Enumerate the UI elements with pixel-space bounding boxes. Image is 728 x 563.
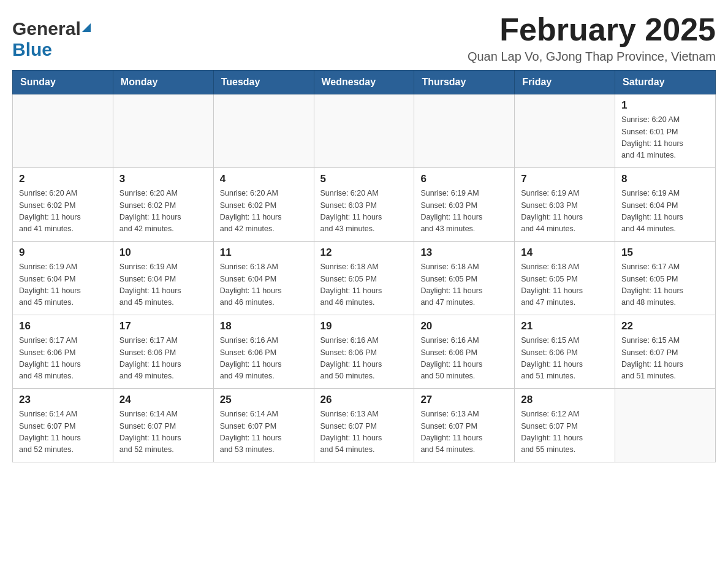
calendar-cell — [113, 94, 213, 168]
day-number: 28 — [521, 394, 609, 406]
column-header-thursday: Thursday — [414, 71, 515, 94]
header: General Blue February 2025 Quan Lap Vo, … — [12, 12, 716, 64]
calendar-cell: 14Sunrise: 6:18 AM Sunset: 6:05 PM Dayli… — [515, 242, 615, 315]
day-info: Sunrise: 6:17 AM Sunset: 6:06 PM Dayligh… — [119, 335, 207, 383]
calendar-cell: 7Sunrise: 6:19 AM Sunset: 6:03 PM Daylig… — [515, 168, 615, 242]
calendar-cell: 11Sunrise: 6:18 AM Sunset: 6:04 PM Dayli… — [213, 242, 314, 315]
day-info: Sunrise: 6:20 AM Sunset: 6:03 PM Dayligh… — [320, 188, 408, 236]
day-info: Sunrise: 6:20 AM Sunset: 6:01 PM Dayligh… — [621, 114, 709, 162]
day-number: 22 — [621, 320, 709, 332]
calendar-week-4: 16Sunrise: 6:17 AM Sunset: 6:06 PM Dayli… — [13, 315, 716, 389]
calendar-cell: 25Sunrise: 6:14 AM Sunset: 6:07 PM Dayli… — [213, 389, 314, 462]
title-area: February 2025 Quan Lap Vo, GJong Thap Pr… — [468, 12, 716, 64]
day-info: Sunrise: 6:14 AM Sunset: 6:07 PM Dayligh… — [119, 408, 207, 456]
calendar-cell: 15Sunrise: 6:17 AM Sunset: 6:05 PM Dayli… — [615, 242, 716, 315]
day-number: 2 — [19, 173, 107, 185]
day-number: 25 — [220, 394, 308, 406]
day-number: 14 — [521, 247, 609, 259]
calendar-cell: 20Sunrise: 6:16 AM Sunset: 6:06 PM Dayli… — [414, 315, 515, 389]
calendar-cell: 27Sunrise: 6:13 AM Sunset: 6:07 PM Dayli… — [414, 389, 515, 462]
day-info: Sunrise: 6:12 AM Sunset: 6:07 PM Dayligh… — [521, 408, 609, 456]
column-header-sunday: Sunday — [13, 71, 113, 94]
calendar-cell: 18Sunrise: 6:16 AM Sunset: 6:06 PM Dayli… — [213, 315, 314, 389]
day-number: 18 — [220, 320, 308, 332]
day-info: Sunrise: 6:18 AM Sunset: 6:04 PM Dayligh… — [220, 261, 308, 309]
calendar-cell — [515, 94, 615, 168]
calendar-header-row: SundayMondayTuesdayWednesdayThursdayFrid… — [13, 71, 716, 94]
calendar-week-1: 1Sunrise: 6:20 AM Sunset: 6:01 PM Daylig… — [13, 94, 716, 168]
day-number: 3 — [119, 173, 207, 185]
day-number: 15 — [621, 247, 709, 259]
day-number: 24 — [119, 394, 207, 406]
day-info: Sunrise: 6:17 AM Sunset: 6:06 PM Dayligh… — [19, 335, 107, 383]
calendar-cell: 2Sunrise: 6:20 AM Sunset: 6:02 PM Daylig… — [13, 168, 113, 242]
column-header-wednesday: Wednesday — [314, 71, 414, 94]
day-number: 16 — [19, 320, 107, 332]
calendar-cell: 22Sunrise: 6:15 AM Sunset: 6:07 PM Dayli… — [615, 315, 716, 389]
day-number: 4 — [220, 173, 308, 185]
calendar-cell: 13Sunrise: 6:18 AM Sunset: 6:05 PM Dayli… — [414, 242, 515, 315]
day-number: 27 — [420, 394, 508, 406]
day-info: Sunrise: 6:14 AM Sunset: 6:07 PM Dayligh… — [19, 408, 107, 456]
calendar-cell: 6Sunrise: 6:19 AM Sunset: 6:03 PM Daylig… — [414, 168, 515, 242]
calendar-table: SundayMondayTuesdayWednesdayThursdayFrid… — [12, 70, 716, 462]
day-info: Sunrise: 6:18 AM Sunset: 6:05 PM Dayligh… — [420, 261, 508, 309]
calendar-cell: 10Sunrise: 6:19 AM Sunset: 6:04 PM Dayli… — [113, 242, 213, 315]
day-info: Sunrise: 6:18 AM Sunset: 6:05 PM Dayligh… — [521, 261, 609, 309]
day-info: Sunrise: 6:16 AM Sunset: 6:06 PM Dayligh… — [320, 335, 408, 383]
day-info: Sunrise: 6:19 AM Sunset: 6:04 PM Dayligh… — [119, 261, 207, 309]
day-number: 9 — [19, 247, 107, 259]
day-number: 7 — [521, 173, 609, 185]
day-info: Sunrise: 6:15 AM Sunset: 6:06 PM Dayligh… — [521, 335, 609, 383]
calendar-cell: 8Sunrise: 6:19 AM Sunset: 6:04 PM Daylig… — [615, 168, 716, 242]
calendar-cell — [213, 94, 314, 168]
day-info: Sunrise: 6:15 AM Sunset: 6:07 PM Dayligh… — [621, 335, 709, 383]
column-header-friday: Friday — [515, 71, 615, 94]
calendar-cell — [615, 389, 716, 462]
day-number: 12 — [320, 247, 408, 259]
day-info: Sunrise: 6:20 AM Sunset: 6:02 PM Dayligh… — [220, 188, 308, 236]
logo-general-text: General — [12, 18, 81, 39]
day-number: 17 — [119, 320, 207, 332]
calendar-week-3: 9Sunrise: 6:19 AM Sunset: 6:04 PM Daylig… — [13, 242, 716, 315]
calendar-cell: 19Sunrise: 6:16 AM Sunset: 6:06 PM Dayli… — [314, 315, 414, 389]
column-header-tuesday: Tuesday — [213, 71, 314, 94]
day-info: Sunrise: 6:19 AM Sunset: 6:04 PM Dayligh… — [621, 188, 709, 236]
calendar-cell — [414, 94, 515, 168]
calendar-cell: 1Sunrise: 6:20 AM Sunset: 6:01 PM Daylig… — [615, 94, 716, 168]
calendar-cell: 3Sunrise: 6:20 AM Sunset: 6:02 PM Daylig… — [113, 168, 213, 242]
calendar-cell: 21Sunrise: 6:15 AM Sunset: 6:06 PM Dayli… — [515, 315, 615, 389]
day-number: 5 — [320, 173, 408, 185]
day-info: Sunrise: 6:19 AM Sunset: 6:03 PM Dayligh… — [521, 188, 609, 236]
day-number: 8 — [621, 173, 709, 185]
calendar-cell: 4Sunrise: 6:20 AM Sunset: 6:02 PM Daylig… — [213, 168, 314, 242]
day-info: Sunrise: 6:13 AM Sunset: 6:07 PM Dayligh… — [320, 408, 408, 456]
day-info: Sunrise: 6:14 AM Sunset: 6:07 PM Dayligh… — [220, 408, 308, 456]
calendar-cell: 26Sunrise: 6:13 AM Sunset: 6:07 PM Dayli… — [314, 389, 414, 462]
calendar-cell: 16Sunrise: 6:17 AM Sunset: 6:06 PM Dayli… — [13, 315, 113, 389]
calendar-cell: 28Sunrise: 6:12 AM Sunset: 6:07 PM Dayli… — [515, 389, 615, 462]
day-info: Sunrise: 6:20 AM Sunset: 6:02 PM Dayligh… — [19, 188, 107, 236]
logo: General Blue — [12, 18, 92, 60]
day-number: 10 — [119, 247, 207, 259]
day-info: Sunrise: 6:17 AM Sunset: 6:05 PM Dayligh… — [621, 261, 709, 309]
day-number: 20 — [420, 320, 508, 332]
calendar-cell: 5Sunrise: 6:20 AM Sunset: 6:03 PM Daylig… — [314, 168, 414, 242]
calendar-cell: 9Sunrise: 6:19 AM Sunset: 6:04 PM Daylig… — [13, 242, 113, 315]
day-number: 26 — [320, 394, 408, 406]
calendar-cell: 23Sunrise: 6:14 AM Sunset: 6:07 PM Dayli… — [13, 389, 113, 462]
logo-blue-text: Blue — [12, 39, 52, 59]
day-number: 13 — [420, 247, 508, 259]
day-number: 23 — [19, 394, 107, 406]
day-info: Sunrise: 6:19 AM Sunset: 6:04 PM Dayligh… — [19, 261, 107, 309]
day-number: 21 — [521, 320, 609, 332]
svg-marker-0 — [82, 23, 91, 32]
calendar-week-5: 23Sunrise: 6:14 AM Sunset: 6:07 PM Dayli… — [13, 389, 716, 462]
column-header-monday: Monday — [113, 71, 213, 94]
day-info: Sunrise: 6:13 AM Sunset: 6:07 PM Dayligh… — [420, 408, 508, 456]
day-info: Sunrise: 6:20 AM Sunset: 6:02 PM Dayligh… — [119, 188, 207, 236]
day-info: Sunrise: 6:19 AM Sunset: 6:03 PM Dayligh… — [420, 188, 508, 236]
calendar-cell: 12Sunrise: 6:18 AM Sunset: 6:05 PM Dayli… — [314, 242, 414, 315]
day-number: 6 — [420, 173, 508, 185]
column-header-saturday: Saturday — [615, 71, 716, 94]
